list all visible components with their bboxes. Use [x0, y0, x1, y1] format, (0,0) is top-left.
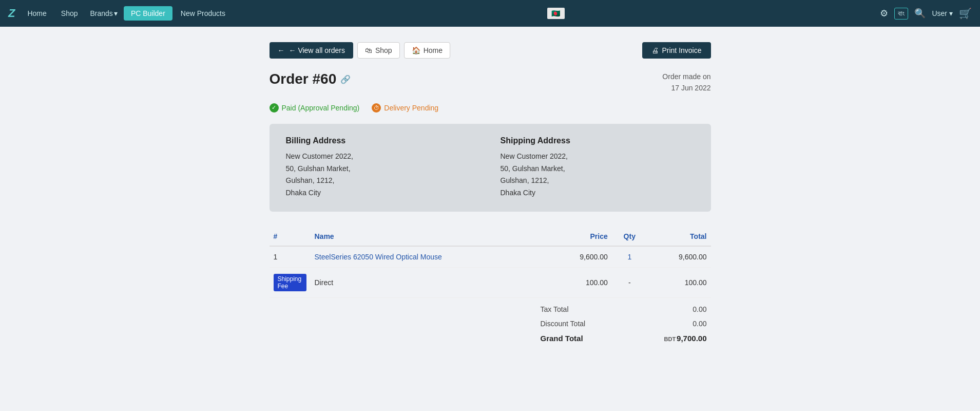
settings-icon[interactable]: ⚙	[880, 8, 888, 19]
shipping-address: Shipping Address New Customer 2022, 50, …	[501, 136, 695, 199]
shipping-line-2: 50, Gulshan Market,	[501, 163, 695, 175]
cart-icon[interactable]: 🛒	[959, 7, 972, 20]
paid-label: Paid (Approval Pending)	[282, 104, 360, 112]
delivery-status: ⏱ Delivery Pending	[372, 103, 438, 113]
row1-num: 1	[270, 246, 311, 268]
shipping-line-1: New Customer 2022,	[501, 151, 695, 163]
order-title-row: Order #60 🔗 Order made on 17 Jun 2022	[270, 71, 711, 94]
totals-table: Tax Total 0.00 Discount Total 0.00 Grand…	[536, 302, 711, 346]
discount-value: 0.00	[693, 320, 706, 328]
col-total: Total	[647, 227, 711, 246]
back-label: ← View all orders	[289, 46, 345, 54]
table-row: Shipping Fee Direct 100.00 - 100.00	[270, 267, 711, 297]
shipping-line-4: Dhaka City	[501, 187, 695, 199]
address-box: Billing Address New Customer 2022, 50, G…	[270, 124, 711, 212]
shop-icon: 🛍	[365, 46, 372, 54]
billing-lines: New Customer 2022, 50, Gulshan Market, G…	[286, 151, 480, 199]
home-label: Home	[424, 46, 443, 54]
grand-label: Grand Total	[541, 334, 583, 343]
tax-value: 0.00	[693, 305, 706, 313]
row2-num: Shipping Fee	[270, 267, 311, 297]
shipping-line-3: Gulshan, 1212,	[501, 175, 695, 187]
billing-title: Billing Address	[286, 136, 480, 145]
link-icon[interactable]: 🔗	[340, 74, 351, 84]
bdt-prefix: BDT	[664, 336, 676, 342]
row1-name[interactable]: SteelSeries 62050 Wired Optical Mouse	[311, 246, 549, 268]
billing-address: Billing Address New Customer 2022, 50, G…	[286, 136, 480, 199]
order-date: Order made on 17 Jun 2022	[662, 71, 710, 94]
nav-item-shop[interactable]: Shop	[55, 6, 84, 21]
home-button[interactable]: 🏠 Home	[404, 42, 450, 59]
nav-user[interactable]: User ▾	[932, 9, 953, 17]
home-icon: 🏠	[412, 46, 420, 54]
shipping-badge: Shipping Fee	[274, 274, 306, 291]
status-row: ✓ Paid (Approval Pending) ⏱ Delivery Pen…	[270, 103, 711, 113]
nav-flag[interactable]: 🇧🇩	[547, 8, 565, 19]
chevron-down-icon: ▾	[114, 9, 118, 17]
col-name: Name	[311, 227, 549, 246]
nav-item-brands[interactable]: Brands ▾	[86, 6, 122, 21]
nav-brands-label: Brands	[90, 9, 113, 17]
search-icon[interactable]: 🔍	[914, 8, 926, 19]
nav-lang-switcher[interactable]: বাং	[894, 8, 908, 20]
clock-icon: ⏱	[372, 103, 381, 113]
row1-total: 9,600.00	[647, 246, 711, 268]
table-row: 1 SteelSeries 62050 Wired Optical Mouse …	[270, 246, 711, 268]
billing-line-2: 50, Gulshan Market,	[286, 163, 480, 175]
col-num: #	[270, 227, 311, 246]
discount-label: Discount Total	[541, 320, 586, 328]
printer-icon: 🖨	[651, 46, 659, 54]
billing-line-3: Gulshan, 1212,	[286, 175, 480, 187]
totals-section: Tax Total 0.00 Discount Total 0.00 Grand…	[270, 302, 711, 346]
grand-total-row: Grand Total BDT9,700.00	[536, 331, 711, 346]
print-label: Print Invoice	[662, 46, 701, 54]
billing-line-4: Dhaka City	[286, 187, 480, 199]
row1-qty: 1	[612, 246, 647, 268]
nav-user-label: User	[932, 9, 947, 17]
check-icon: ✓	[270, 103, 279, 113]
back-arrow-icon: ←	[278, 46, 285, 54]
chevron-down-icon: ▾	[949, 9, 953, 17]
order-number-label: Order #60	[270, 71, 337, 87]
order-title: Order #60 🔗	[270, 71, 351, 87]
shop-label: Shop	[375, 46, 392, 54]
order-date-value: 17 Jun 2022	[662, 82, 710, 94]
row2-price: 100.00	[548, 267, 612, 297]
col-price: Price	[548, 227, 612, 246]
row2-total: 100.00	[647, 267, 711, 297]
order-table: # Name Price Qty Total 1 SteelSeries 620…	[270, 227, 711, 298]
breadcrumb-row: ← ← View all orders 🛍 Shop 🏠 Home 🖨 Prin…	[270, 42, 711, 59]
nav-item-newproducts[interactable]: New Products	[175, 6, 232, 21]
billing-line-1: New Customer 2022,	[286, 151, 480, 163]
view-all-orders-button[interactable]: ← ← View all orders	[270, 42, 353, 59]
paid-status: ✓ Paid (Approval Pending)	[270, 103, 360, 113]
discount-row: Discount Total 0.00	[536, 316, 711, 331]
row1-price: 9,600.00	[548, 246, 612, 268]
delivery-label: Delivery Pending	[384, 104, 438, 112]
print-invoice-button[interactable]: 🖨 Print Invoice	[642, 42, 710, 59]
col-qty: Qty	[612, 227, 647, 246]
grand-amount: 9,700.00	[677, 334, 706, 343]
shipping-title: Shipping Address	[501, 136, 695, 145]
order-date-label: Order made on	[662, 71, 710, 82]
shipping-lines: New Customer 2022, 50, Gulshan Market, G…	[501, 151, 695, 199]
nav-logo: Z	[8, 7, 15, 20]
tax-label: Tax Total	[541, 305, 569, 313]
nav-item-pcbuilder[interactable]: PC Builder	[124, 6, 172, 21]
nav-item-home[interactable]: Home	[21, 6, 52, 21]
row2-name: Direct	[311, 267, 549, 297]
row2-qty: -	[612, 267, 647, 297]
grand-value: BDT9,700.00	[664, 334, 707, 343]
shop-button[interactable]: 🛍 Shop	[357, 42, 400, 59]
tax-row: Tax Total 0.00	[536, 302, 711, 316]
